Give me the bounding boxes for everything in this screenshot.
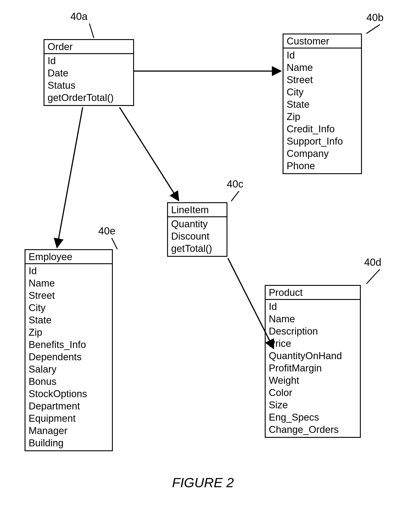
entity-attr: Building [29, 437, 109, 449]
entity-attr: Price [269, 337, 357, 350]
entity-attr: Zip [287, 110, 358, 123]
entity-attr: Equipment [29, 412, 109, 424]
entity-attr: Name [29, 277, 109, 289]
entity-attr: Name [287, 61, 358, 74]
label-40e: 40e [98, 226, 115, 236]
entity-product-attrs: IdNameDescriptionPriceQuantityOnHandProf… [266, 300, 360, 437]
entity-attr: Eng_Specs [269, 411, 357, 423]
entity-attr: Credit_Info [287, 123, 358, 135]
entity-attr: Street [29, 289, 109, 302]
arrow-order-employee [57, 107, 83, 248]
entity-attr: Department [29, 400, 109, 412]
entity-customer-attrs: IdNameStreetCityStateZipCredit_InfoSuppo… [284, 48, 361, 173]
entity-attr: Size [269, 399, 357, 411]
entity-attr: Id [287, 49, 358, 61]
leader-40d [366, 269, 380, 284]
entity-attr: ProfitMargin [269, 362, 357, 374]
leader-40c [231, 191, 239, 201]
entity-attr: Date [48, 67, 130, 79]
label-40c: 40c [227, 179, 243, 189]
entity-attr: Id [269, 300, 357, 313]
entity-attr: Status [48, 79, 130, 91]
leader-40e [112, 238, 117, 249]
entity-attr: City [287, 86, 358, 98]
entity-lineitem-title: LineItem [168, 203, 226, 217]
entity-attr: getOrderTotal() [48, 91, 130, 104]
entity-attr: Color [269, 386, 357, 399]
arrow-order-lineitem [120, 107, 179, 201]
entity-order-title: Order [45, 40, 133, 54]
entity-attr: Manager [29, 424, 109, 437]
entity-attr: StockOptions [29, 388, 109, 400]
entity-attr: Zip [29, 326, 109, 338]
leader-40a [89, 23, 94, 38]
entity-order-attrs: IdDateStatusgetOrderTotal() [45, 54, 133, 105]
entity-attr: Benefits_Info [29, 338, 109, 351]
entity-attr: City [29, 302, 109, 314]
entity-attr: Support_Info [287, 135, 358, 147]
entity-attr: Weight [269, 374, 357, 386]
entity-attr: Salary [29, 363, 109, 375]
entity-lineitem: LineItem QuantityDiscountgetTotal() [167, 202, 227, 257]
entity-attr: Discount [171, 230, 223, 242]
entity-attr: Dependents [29, 351, 109, 363]
entity-attr: QuantityOnHand [269, 350, 357, 362]
label-40a: 40a [70, 11, 88, 22]
entity-attr: getTotal() [171, 242, 223, 255]
entity-attr: Company [287, 147, 358, 160]
entity-attr: Id [29, 265, 109, 277]
figure-caption: FIGURE 2 [172, 476, 234, 489]
entity-order: Order IdDateStatusgetOrderTotal() [44, 39, 134, 106]
entity-employee-title: Employee [25, 250, 112, 264]
entity-attr: Quantity [171, 218, 223, 230]
entity-attr: State [287, 98, 358, 110]
entity-attr: Phone [287, 160, 358, 172]
entity-product: Product IdNameDescriptionPriceQuantityOn… [265, 285, 361, 438]
entity-lineitem-attrs: QuantityDiscountgetTotal() [168, 217, 226, 256]
entity-customer-title: Customer [284, 34, 361, 48]
entity-product-title: Product [266, 286, 360, 300]
entity-employee: Employee IdNameStreetCityStateZipBenefit… [25, 249, 113, 451]
entity-attr: Street [287, 74, 358, 86]
leader-40b [366, 25, 380, 33]
entity-attr: Change_Orders [269, 423, 357, 436]
entity-attr: Bonus [29, 375, 109, 388]
entity-employee-attrs: IdNameStreetCityStateZipBenefits_InfoDep… [25, 264, 112, 450]
entity-attr: Description [269, 325, 357, 337]
label-40d: 40d [364, 257, 381, 267]
entity-attr: State [29, 314, 109, 326]
entity-attr: Id [48, 54, 130, 67]
diagram-canvas: 40a 40b 40c 40d 40e Order IdDateStatusge… [0, 0, 420, 510]
entity-attr: Name [269, 313, 357, 325]
label-40b: 40b [366, 12, 383, 23]
entity-customer: Customer IdNameStreetCityStateZipCredit_… [283, 33, 362, 174]
